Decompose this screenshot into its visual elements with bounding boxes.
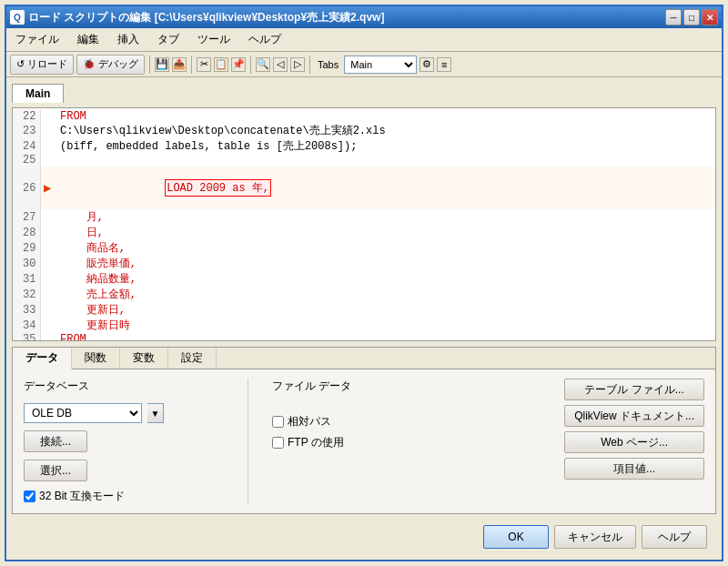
- reload-label: リロード: [27, 57, 67, 71]
- debug-icon: 🐞: [83, 58, 96, 70]
- app-icon: Q: [10, 10, 25, 25]
- table-row: 24 (biff, embedded labels, table is [売上2…: [13, 138, 715, 154]
- tab-main[interactable]: Main: [12, 84, 64, 103]
- ftp-checkbox[interactable]: [272, 437, 284, 449]
- line-content: FROM: [55, 110, 715, 123]
- line-number: 32: [13, 287, 40, 302]
- tabs-extra-icon[interactable]: ≡: [437, 57, 451, 72]
- web-page-button[interactable]: Web ページ...: [564, 431, 704, 453]
- line-content: LOAD 2009 as 年,: [55, 167, 715, 209]
- script-editor[interactable]: 22 FROM 23 C:\Users\qlikview\Desktop\con…: [12, 107, 716, 341]
- line-content: (biff, embedded labels, table is [売上2008…: [55, 138, 715, 154]
- debug-button[interactable]: 🐞 デバッグ: [76, 55, 145, 75]
- maximize-button[interactable]: □: [683, 9, 700, 25]
- line-number: 33: [13, 302, 40, 318]
- nav-right-icon[interactable]: ▷: [290, 57, 305, 72]
- line-content: C:\Users\qlikview\Desktop\concatenate\売上…: [55, 123, 715, 138]
- line-content: 販売単価,: [55, 256, 715, 271]
- line-number: 28: [13, 225, 40, 240]
- item-value-button[interactable]: 項目値...: [564, 458, 704, 480]
- file-section-label: ファイル データ: [272, 379, 351, 394]
- line-number: 30: [13, 256, 40, 271]
- connect-button[interactable]: 接続...: [24, 430, 87, 452]
- db-combo[interactable]: OLE DB: [24, 403, 142, 423]
- menu-help[interactable]: ヘルプ: [243, 30, 287, 49]
- line-content: 更新日,: [55, 302, 715, 318]
- tabs-label: Tabs: [315, 59, 341, 70]
- menu-edit[interactable]: 編集: [72, 30, 105, 49]
- copy-icon[interactable]: 📋: [214, 57, 228, 72]
- line-number: 22: [13, 110, 40, 123]
- help-button[interactable]: ヘルプ: [642, 525, 707, 549]
- line-content: 更新日時: [55, 318, 715, 333]
- db-section-label: データベース: [24, 379, 224, 394]
- table-row: 35 FROM: [13, 333, 715, 340]
- tab-settings[interactable]: 設定: [168, 348, 217, 369]
- table-row: 26 ▶ LOAD 2009 as 年,: [13, 167, 715, 209]
- line-content: 日,: [55, 225, 715, 240]
- file-checks: 相対パス FTP の使用: [272, 396, 351, 450]
- line-number: 26: [13, 167, 40, 209]
- line-arrow: ▶: [40, 167, 55, 209]
- table-row: 28 日,: [13, 225, 715, 240]
- reload-button[interactable]: ↺ リロード: [10, 55, 74, 75]
- bottom-content: データベース OLE DB ▼ 接続... 選択...: [13, 369, 715, 513]
- tabs-dropdown[interactable]: Main: [344, 56, 417, 74]
- line-content: 商品名,: [55, 240, 715, 256]
- table-row: 34 更新日時: [13, 318, 715, 333]
- toolbar-separator-3: [250, 56, 251, 74]
- titlebar-left: Q ロード スクリプトの編集 [C:\Users¥qlikview¥Deskto…: [10, 10, 384, 25]
- bit32-label: 32 Bit 互換モード: [39, 489, 125, 504]
- nav-left-icon[interactable]: ◁: [273, 57, 288, 72]
- content-area: Main 22 FROM 23: [6, 77, 722, 560]
- main-window: Q ロード スクリプトの編集 [C:\Users¥qlikview¥Deskto…: [5, 5, 723, 561]
- db-dropdown-arrow[interactable]: ▼: [147, 403, 164, 423]
- reload-icon: ↺: [16, 58, 25, 70]
- table-row: 33 更新日,: [13, 302, 715, 318]
- menu-tab[interactable]: タブ: [152, 30, 185, 49]
- export-icon[interactable]: 📤: [172, 57, 187, 72]
- toolbar-separator-1: [149, 56, 150, 74]
- ftp-label: FTP の使用: [288, 435, 344, 450]
- menu-insert[interactable]: 挿入: [112, 30, 145, 49]
- tab-function[interactable]: 関数: [72, 348, 120, 369]
- main-tab-bar: Main: [12, 83, 716, 102]
- cut-icon[interactable]: ✂: [197, 57, 211, 72]
- table-row: 32 売上金額,: [13, 287, 715, 302]
- qlikview-doc-button[interactable]: QlikView ドキュメント...: [564, 405, 704, 427]
- relative-path-checkbox[interactable]: [272, 416, 284, 428]
- table-row: 31 納品数量,: [13, 271, 715, 287]
- table-row: 25: [13, 154, 715, 167]
- window-title: ロード スクリプトの編集 [C:\Users¥qlikview¥Desktop¥…: [28, 10, 384, 25]
- tab-variable[interactable]: 変数: [120, 348, 168, 369]
- db-section: データベース OLE DB ▼ 接続... 選択...: [24, 379, 224, 504]
- table-row: 22 FROM: [13, 110, 715, 123]
- search-icon[interactable]: 🔍: [256, 57, 270, 72]
- tab-data[interactable]: データ: [13, 348, 72, 369]
- connect-row: 接続...: [24, 430, 224, 452]
- bottom-tabs: データ 関数 変数 設定: [13, 348, 715, 369]
- table-file-button[interactable]: テーブル ファイル...: [564, 379, 704, 400]
- paste-icon[interactable]: 📌: [231, 57, 246, 72]
- menu-tools[interactable]: ツール: [192, 30, 236, 49]
- editor-scroll[interactable]: 22 FROM 23 C:\Users\qlikview\Desktop\con…: [13, 108, 715, 340]
- menu-file[interactable]: ファイル: [10, 30, 65, 49]
- line-content: 月,: [55, 209, 715, 225]
- close-button[interactable]: ✕: [702, 9, 718, 25]
- minimize-button[interactable]: ─: [665, 9, 682, 25]
- debug-label: デバッグ: [98, 57, 138, 71]
- ok-button[interactable]: OK: [483, 525, 549, 549]
- relative-path-row: 相対パス: [272, 414, 351, 430]
- bit32-checkbox[interactable]: [24, 490, 35, 502]
- db-row: OLE DB ▼: [24, 403, 224, 423]
- select-button[interactable]: 選択...: [24, 460, 87, 481]
- file-buttons: テーブル ファイル... QlikView ドキュメント... Web ページ.…: [564, 379, 704, 504]
- table-row: 30 販売単価,: [13, 256, 715, 271]
- panel-separator: [248, 379, 248, 504]
- save-icon[interactable]: 💾: [155, 57, 169, 72]
- tabs-options-icon[interactable]: ⚙: [420, 57, 434, 72]
- line-number: 23: [13, 123, 40, 138]
- cancel-button[interactable]: キャンセル: [554, 525, 636, 549]
- line-number: 24: [13, 138, 40, 154]
- line-content: 売上金額,: [55, 287, 715, 302]
